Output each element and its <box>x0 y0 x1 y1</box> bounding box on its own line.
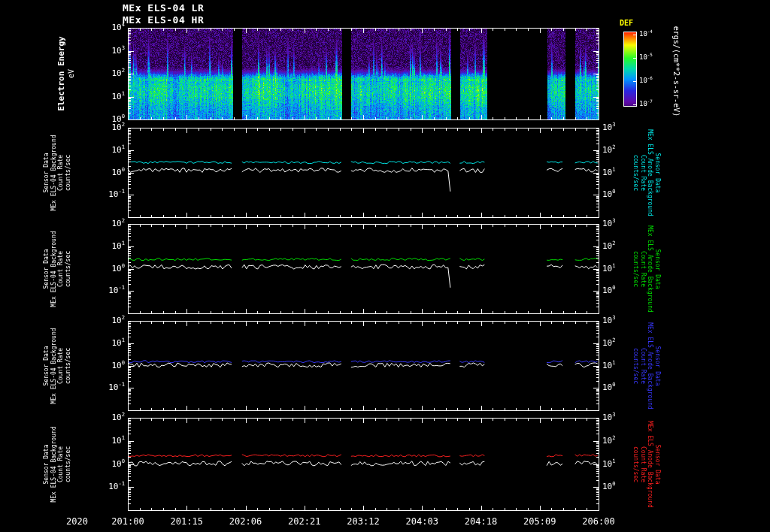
y-tick-label-right: 102 <box>602 338 632 348</box>
line-panel-left-label-line: MEx ELS-04 Background <box>50 328 58 404</box>
y-tick-label-right: 102 <box>602 145 632 155</box>
title-lr: MEx ELS-04 LR <box>123 2 204 14</box>
line-panel-left-label-line: Count Rate <box>57 231 65 307</box>
line-panel-right-label-line: counts/sec <box>632 225 640 313</box>
colorbar-tick-label: 10-5 <box>639 53 653 61</box>
x-tick-label: 206:00 <box>576 516 621 527</box>
line-panel-left-label-line: Sensor Data <box>43 231 50 307</box>
x-tick-label: 202:21 <box>282 516 327 527</box>
y-tick-label-left: 102 <box>95 122 125 132</box>
y-tick-label-left: 100 <box>95 168 125 177</box>
x-axis-year-label: 2020 <box>66 516 88 527</box>
y-tick-label-right: 101 <box>602 459 632 469</box>
y-tick-label-left: 101 <box>95 92 125 101</box>
spectrogram-ylabel-block: Electron Energy eV <box>56 36 76 110</box>
line-panel-right-label-line: Sensor Data <box>654 225 662 313</box>
x-tick-label: 205:09 <box>517 516 562 527</box>
line-panel-left-label-line: Sensor Data <box>43 135 50 210</box>
colorbar-def-label: DEF <box>620 19 633 27</box>
line-panel-left-label-line: MEx ELS-04 Background <box>50 135 58 210</box>
line-panel-left-label: Sensor DataMEx ELS-04 BackgroundCount Ra… <box>43 426 71 502</box>
y-tick-label-left: 100 <box>95 264 125 274</box>
spectrogram-ylabel-units: eV <box>66 36 76 110</box>
y-tick-label-right: 103 <box>602 316 632 325</box>
y-tick-label-left: 100 <box>95 459 125 469</box>
line-panel-right-label: Sensor DataMEx ELS Anode BackgroundCount… <box>632 421 661 508</box>
line-panel-left-label: Sensor DataMEx ELS-04 BackgroundCount Ra… <box>43 328 71 404</box>
y-tick-label-left: 10-1 <box>95 382 125 392</box>
line-panel-left-label-line: MEx ELS-04 Background <box>50 231 58 307</box>
line-panel-right-label-line: counts/sec <box>632 322 640 410</box>
colorbar-tick-label: 10-6 <box>639 77 653 84</box>
y-tick-label-right: 103 <box>602 413 632 422</box>
line-panel-right-label-line: Count Rate <box>640 421 647 508</box>
y-tick-label-right: 101 <box>602 168 632 177</box>
line-panel-right-label: Sensor DataMEx ELS Anode BackgroundCount… <box>632 322 661 410</box>
line-panel-right-label: Sensor DataMEx ELS Anode BackgroundCount… <box>632 225 661 313</box>
y-tick-label-left: 102 <box>95 316 125 325</box>
y-tick-label-right: 101 <box>602 361 632 370</box>
y-tick-label-left: 102 <box>95 413 125 422</box>
line-panel-left-label-line: Sensor Data <box>43 426 50 502</box>
x-tick-label: 203:12 <box>341 516 386 527</box>
x-tick-label: 204:18 <box>459 516 504 527</box>
line-panel-right-label-line: MEx ELS Anode Background <box>647 421 654 508</box>
line-panel-left-label-line: counts/sec <box>65 231 72 307</box>
x-tick-label: 202:06 <box>223 516 268 527</box>
colorbar-tick-label: 10-7 <box>639 100 653 107</box>
y-tick-label-right: 101 <box>602 264 632 274</box>
line-panel-right-label-line: Sensor Data <box>654 129 662 216</box>
x-tick-label: 201:15 <box>164 516 209 527</box>
line-panel-left-label-line: MEx ELS-04 Background <box>50 426 58 502</box>
y-tick-label-right: 102 <box>602 241 632 251</box>
plot-title: MEx ELS-04 LR MEx ELS-04 HR <box>123 2 204 26</box>
title-hr: MEx ELS-04 HR <box>123 14 204 26</box>
colorbar-units-label: ergs/(cm**2-s-sr-eV) <box>672 26 681 116</box>
y-tick-label-right: 103 <box>602 219 632 228</box>
colorbar-tick-label: 10-4 <box>639 30 653 38</box>
x-tick-label: 201:00 <box>105 516 150 527</box>
y-tick-label-right: 100 <box>602 189 632 199</box>
line-panel-right-label-line: Count Rate <box>640 129 647 216</box>
x-tick-label: 204:03 <box>399 516 444 527</box>
y-tick-label-left: 101 <box>95 241 125 251</box>
y-tick-label-left: 10-1 <box>95 482 125 491</box>
y-tick-label-left: 103 <box>95 46 125 56</box>
line-panel-right-label-line: counts/sec <box>632 421 640 508</box>
y-tick-label-left: 101 <box>95 145 125 155</box>
y-tick-label-right: 100 <box>602 382 632 392</box>
line-panel-right-label-line: MEx ELS Anode Background <box>647 322 654 410</box>
line-panel-left-label-line: counts/sec <box>65 328 72 404</box>
spectrogram-ylabel: Electron Energy <box>56 36 66 110</box>
line-panel-left-label-line: counts/sec <box>65 135 72 210</box>
y-tick-label-right: 100 <box>602 482 632 491</box>
line-panel-right-label-line: Count Rate <box>640 322 647 410</box>
y-tick-label-left: 101 <box>95 338 125 348</box>
line-panel-right-label-line: Sensor Data <box>654 421 662 508</box>
line-panel-left-label: Sensor DataMEx ELS-04 BackgroundCount Ra… <box>43 231 71 307</box>
line-panel-left-label-line: Sensor Data <box>43 328 50 404</box>
line-panel-right-label-line: Count Rate <box>640 225 647 313</box>
y-tick-label-left: 101 <box>95 436 125 446</box>
line-panel-right-label-line: MEx ELS Anode Background <box>647 225 654 313</box>
line-panel-left-label-line: Count Rate <box>57 328 65 404</box>
spectrogram-figure: MEx ELS-04 LR MEx ELS-04 HR Electron Ene… <box>0 0 770 532</box>
y-tick-label-left: 10-1 <box>95 189 125 199</box>
line-panel-left-label-line: counts/sec <box>65 426 72 502</box>
line-panel-left-label: Sensor DataMEx ELS-04 BackgroundCount Ra… <box>43 135 71 210</box>
y-tick-label-right: 103 <box>602 122 632 132</box>
line-panel-left-label-line: Count Rate <box>57 426 65 502</box>
line-panel-left-label-line: Count Rate <box>57 135 65 210</box>
line-panel-right-label-line: counts/sec <box>632 129 640 216</box>
y-tick-label-right: 102 <box>602 436 632 446</box>
line-panel-right-label: Sensor DataMEx ELS Anode BackgroundCount… <box>632 129 661 216</box>
y-tick-label-right: 100 <box>602 286 632 295</box>
line-panel-right-label-line: Sensor Data <box>654 322 662 410</box>
y-tick-label-left: 10-1 <box>95 286 125 295</box>
y-tick-label-left: 104 <box>95 23 125 32</box>
y-tick-label-left: 102 <box>95 219 125 228</box>
y-tick-label-left: 100 <box>95 361 125 370</box>
y-tick-label-left: 102 <box>95 68 125 78</box>
line-panel-right-label-line: MEx ELS Anode Background <box>647 129 654 216</box>
